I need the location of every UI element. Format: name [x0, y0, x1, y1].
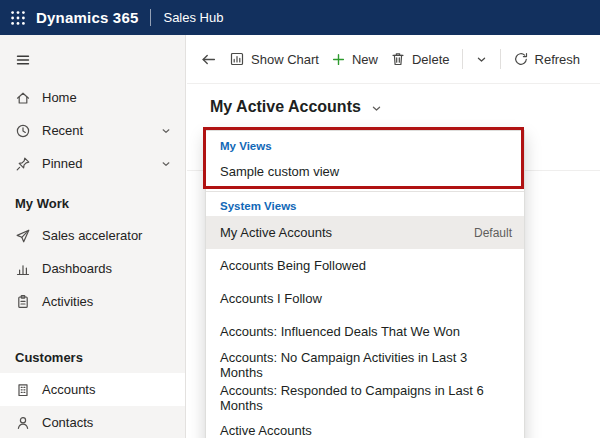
top-navigation-bar: Dynamics 365 Sales Hub — [0, 0, 600, 35]
contacts-icon — [15, 415, 31, 431]
app-name[interactable]: Dynamics 365 — [36, 9, 138, 26]
view-selector-dropdown: My Views Sample custom view System Views… — [205, 130, 525, 438]
pin-icon — [15, 156, 31, 172]
show-chart-label: Show Chart — [251, 52, 319, 67]
view-option-accounts-being-followed[interactable]: Accounts Being Followed — [206, 249, 524, 282]
sidebar-item-sales-accelerator[interactable]: Sales accelerator — [0, 219, 185, 252]
view-option-label: Active Accounts — [220, 423, 312, 438]
view-option-label: Accounts Being Followed — [220, 258, 366, 273]
sidebar-item-label: Activities — [42, 294, 93, 309]
clock-icon — [15, 123, 31, 139]
sidebar-item-label: Contacts — [42, 415, 93, 430]
view-option-label: Accounts I Follow — [220, 291, 322, 306]
topbar-divider — [150, 9, 151, 26]
command-bar-divider — [462, 49, 463, 69]
view-option-responded-to-campaigns[interactable]: Accounts: Responded to Campaigns in Last… — [206, 381, 524, 414]
view-title-row: My Active Accounts — [187, 84, 600, 116]
command-bar: Show Chart New Delete R — [187, 35, 600, 84]
sitemap-sidebar: Home Recent Pinned My Work Sales acceler… — [0, 35, 186, 438]
my-views-header: My Views — [206, 131, 524, 155]
area-name[interactable]: Sales Hub — [163, 10, 223, 25]
view-option-label: Accounts: No Campaign Activities in Last… — [220, 350, 512, 380]
sidebar-item-accounts[interactable]: Accounts — [0, 373, 185, 406]
view-option-accounts-i-follow[interactable]: Accounts I Follow — [206, 282, 524, 315]
show-chart-button[interactable]: Show Chart — [229, 51, 319, 67]
view-option-my-active-accounts[interactable]: My Active Accounts Default — [206, 216, 524, 249]
system-views-header: System Views — [206, 192, 524, 216]
main-content: Show Chart New Delete R — [187, 35, 600, 438]
accounts-icon — [15, 382, 31, 398]
back-button[interactable] — [200, 51, 217, 68]
sidebar-item-label: Sales accelerator — [42, 228, 142, 243]
dashboards-icon — [15, 261, 31, 277]
trash-icon — [390, 51, 406, 67]
more-commands-chevron-icon[interactable] — [475, 53, 488, 66]
page-title[interactable]: My Active Accounts — [210, 98, 361, 116]
sidebar-item-label: Recent — [42, 123, 83, 138]
sidebar-group-header-my-work: My Work — [0, 180, 185, 219]
new-button[interactable]: New — [331, 52, 378, 67]
view-option-influenced-deals[interactable]: Accounts: Influenced Deals That We Won — [206, 315, 524, 348]
default-badge: Default — [474, 226, 512, 240]
show-chart-icon — [229, 51, 245, 67]
chevron-down-icon[interactable] — [160, 125, 172, 137]
chevron-down-icon[interactable] — [160, 158, 172, 170]
sidebar-item-activities[interactable]: Activities — [0, 285, 185, 318]
back-arrow-icon — [200, 51, 217, 68]
sidebar-item-label: Home — [42, 90, 77, 105]
waffle-menu-icon[interactable] — [0, 0, 36, 35]
view-selector-chevron-icon[interactable] — [370, 102, 383, 115]
delete-label: Delete — [412, 52, 450, 67]
sidebar-item-label: Accounts — [42, 382, 95, 397]
plus-icon — [331, 52, 346, 67]
sidebar-item-contacts[interactable]: Contacts — [0, 406, 185, 438]
new-label: New — [352, 52, 378, 67]
view-option-label: Sample custom view — [220, 164, 339, 179]
hamburger-menu-icon[interactable] — [0, 39, 185, 81]
view-option-no-campaign-activities[interactable]: Accounts: No Campaign Activities in Last… — [206, 348, 524, 381]
view-option-label: My Active Accounts — [220, 225, 332, 240]
refresh-icon — [513, 51, 529, 67]
sidebar-item-recent[interactable]: Recent — [0, 114, 185, 147]
sidebar-item-home[interactable]: Home — [0, 81, 185, 114]
sidebar-item-label: Dashboards — [42, 261, 112, 276]
sidebar-item-label: Pinned — [42, 156, 82, 171]
view-option-active-accounts[interactable]: Active Accounts — [206, 414, 524, 438]
delete-button[interactable]: Delete — [390, 51, 450, 67]
view-option-label: Accounts: Influenced Deals That We Won — [220, 324, 460, 339]
sidebar-group-header-customers: Customers — [0, 318, 185, 373]
refresh-button[interactable]: Refresh — [513, 51, 581, 67]
refresh-label: Refresh — [535, 52, 581, 67]
view-option-sample-custom-view[interactable]: Sample custom view — [206, 155, 524, 187]
sales-accelerator-icon — [15, 228, 31, 244]
home-icon — [15, 90, 31, 106]
sidebar-item-dashboards[interactable]: Dashboards — [0, 252, 185, 285]
activities-icon — [15, 294, 31, 310]
command-bar-divider — [500, 49, 501, 69]
view-option-label: Accounts: Responded to Campaigns in Last… — [220, 383, 512, 413]
sidebar-item-pinned[interactable]: Pinned — [0, 147, 185, 180]
